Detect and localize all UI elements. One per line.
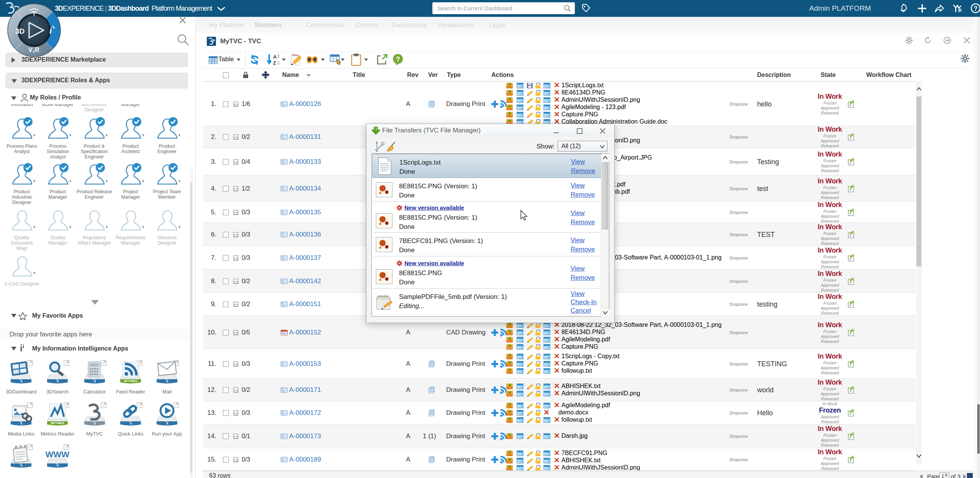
svg-text:NETVIBES: NETVIBES	[51, 422, 64, 424]
svg-text:3D: 3D	[15, 27, 25, 35]
svg-text:i: i	[49, 26, 52, 36]
svg-text:WWW: WWW	[46, 450, 70, 459]
svg-text:NETVIBES: NETVIBES	[124, 380, 137, 382]
svg-text:Z: Z	[273, 60, 276, 66]
svg-text:A: A	[273, 54, 277, 60]
svg-text:?: ?	[396, 55, 400, 63]
svg-text:?: ?	[973, 5, 977, 12]
